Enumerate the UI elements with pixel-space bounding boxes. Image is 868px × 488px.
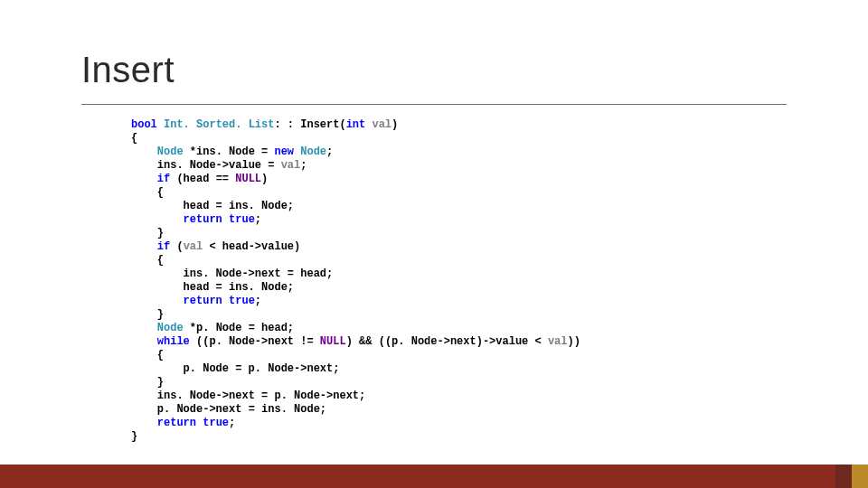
code-block: bool Int. Sorted. List: : Insert(int val… <box>81 118 787 444</box>
code-text: ins. Node->next = p. Node->next; <box>157 389 365 402</box>
type-list: Int. Sorted. List <box>164 118 274 131</box>
type-node: Node <box>294 145 326 158</box>
var-val: val <box>184 240 203 253</box>
paren-open: ( <box>170 240 183 253</box>
semicolon: ; <box>255 213 261 226</box>
code-text: ins. Node->next = head; <box>184 267 334 280</box>
paren-close: ) <box>261 173 268 185</box>
literal-true: true <box>196 417 229 429</box>
brace-open: { <box>131 132 137 145</box>
code-text: ) && ((p. Node->next)->value < <box>346 335 548 348</box>
var-val: val <box>548 335 568 348</box>
literal-true: true <box>222 295 255 307</box>
slide: Insert bool Int. Sorted. List: : Insert(… <box>0 0 868 488</box>
literal-null: NULL <box>235 173 261 185</box>
code-text: < head->value) <box>203 240 300 253</box>
literal-true: true <box>222 213 255 226</box>
paren-close: )) <box>568 335 580 348</box>
keyword-if: if <box>157 240 170 253</box>
code-text: *p. Node = head; <box>184 322 294 334</box>
code-text: (head == <box>170 173 235 185</box>
literal-null: NULL <box>320 335 346 348</box>
page-title: Insert <box>81 50 787 105</box>
brace-close: } <box>131 430 137 443</box>
code-text: p. Node->next = ins. Node; <box>157 403 326 416</box>
code-text: ((p. Node->next != <box>190 335 320 348</box>
keyword-new: new <box>274 145 294 158</box>
keyword-if: if <box>157 173 170 185</box>
semicolon: ; <box>326 145 333 158</box>
bar-segment-mid <box>835 465 852 488</box>
brace-close: } <box>157 227 164 239</box>
brace-open: { <box>157 254 164 267</box>
keyword-while: while <box>157 335 190 348</box>
keyword-return: return <box>184 295 222 307</box>
code-text: ins. Node->value = <box>157 159 281 172</box>
brace-close: } <box>157 308 164 321</box>
semicolon: ; <box>255 295 261 307</box>
bar-segment-gold <box>852 465 868 488</box>
brace-open: { <box>157 349 164 361</box>
keyword-bool: bool <box>131 118 157 131</box>
semicolon: ; <box>229 417 235 429</box>
code-text: head = ins. Node; <box>184 200 294 212</box>
bar-segment-red <box>0 465 835 488</box>
param-val: val <box>372 118 392 131</box>
brace-open: { <box>157 186 164 199</box>
code-text: head = ins. Node; <box>184 281 294 294</box>
code-text: *ins. Node = <box>184 145 275 158</box>
var-val: val <box>281 159 301 172</box>
code-text: p. Node = p. Node->next; <box>184 362 340 375</box>
brace-close: } <box>157 376 164 389</box>
semicolon: ; <box>300 159 307 172</box>
keyword-return: return <box>157 417 196 429</box>
bottom-bar <box>0 465 868 488</box>
keyword-int: int <box>346 118 366 131</box>
keyword-return: return <box>184 213 222 226</box>
type-node: Node <box>157 145 184 158</box>
type-node: Node <box>157 322 184 334</box>
